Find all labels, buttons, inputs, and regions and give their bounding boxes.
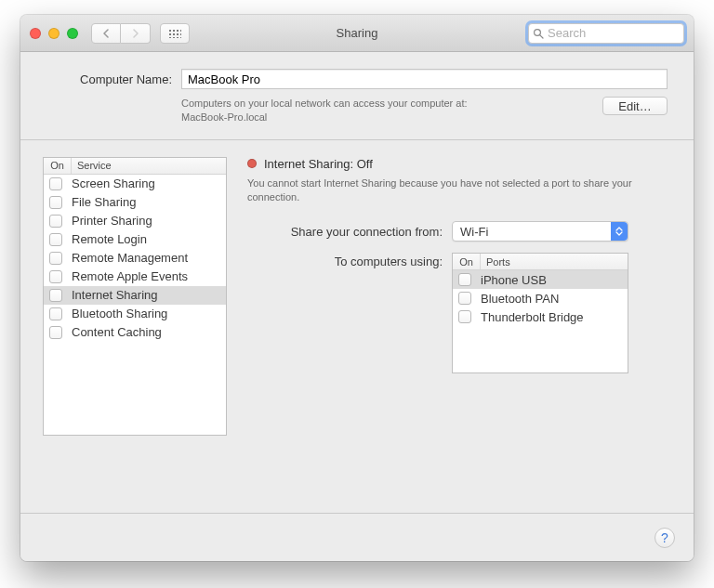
service-checkbox[interactable] xyxy=(49,215,62,228)
computer-name-hint: Computers on your local network can acce… xyxy=(181,97,602,124)
share-from-label: Share your connection from: xyxy=(247,225,452,239)
search-field[interactable] xyxy=(528,23,684,44)
preferences-window: Sharing Computer Name: Computers on your… xyxy=(20,15,694,561)
port-row[interactable]: Thunderbolt Bridge xyxy=(453,307,628,326)
service-label: Content Caching xyxy=(72,325,222,339)
service-row[interactable]: Remote Apple Events xyxy=(44,268,226,286)
back-button[interactable] xyxy=(91,23,121,44)
port-row[interactable]: iPhone USB xyxy=(453,270,628,289)
service-checkbox[interactable] xyxy=(49,177,62,190)
nav-back-forward xyxy=(91,23,151,44)
service-label: Remote Management xyxy=(72,251,222,265)
help-button[interactable]: ? xyxy=(654,528,675,548)
zoom-window-button[interactable] xyxy=(67,28,78,39)
minimize-window-button[interactable] xyxy=(48,28,60,39)
select-arrows-icon xyxy=(611,222,628,241)
computer-name-input[interactable] xyxy=(181,69,668,89)
port-label: Thunderbolt Bridge xyxy=(481,310,624,324)
svg-line-1 xyxy=(540,34,543,37)
service-checkbox[interactable] xyxy=(49,252,62,265)
port-checkbox[interactable] xyxy=(458,292,471,305)
edit-hostname-button[interactable]: Edit… xyxy=(602,97,668,115)
service-label: Remote Apple Events xyxy=(72,269,222,283)
ports-header-ports: Ports xyxy=(481,254,628,269)
service-label: Screen Sharing xyxy=(72,176,222,190)
detail-title: Internet Sharing: Off xyxy=(264,157,373,171)
service-row[interactable]: Remote Management xyxy=(44,249,226,268)
service-checkbox[interactable] xyxy=(49,196,62,209)
titlebar: Sharing xyxy=(20,15,694,52)
service-row[interactable]: Content Caching xyxy=(44,323,226,342)
window-controls xyxy=(30,28,78,39)
ports-header-on: On xyxy=(453,254,481,269)
service-row[interactable]: Printer Sharing xyxy=(44,212,226,230)
port-label: Bluetooth PAN xyxy=(481,292,624,306)
services-header-service: Service xyxy=(72,158,226,174)
port-checkbox[interactable] xyxy=(458,273,471,286)
forward-button[interactable] xyxy=(121,23,151,44)
ports-header: On Ports xyxy=(453,254,628,270)
service-label: File Sharing xyxy=(72,195,222,209)
computer-name-section: Computer Name: Computers on your local n… xyxy=(20,52,694,140)
main-content: On Service Screen SharingFile SharingPri… xyxy=(20,140,694,513)
computer-name-label: Computer Name: xyxy=(46,72,181,86)
search-icon xyxy=(533,28,544,39)
service-label: Bluetooth Sharing xyxy=(72,307,222,320)
port-row[interactable]: Bluetooth PAN xyxy=(453,289,628,307)
show-all-button[interactable] xyxy=(160,23,190,44)
services-header: On Service xyxy=(44,158,226,175)
service-detail-pane: Internet Sharing: Off You cannot start I… xyxy=(247,157,671,502)
grid-icon xyxy=(168,29,181,38)
service-checkbox[interactable] xyxy=(49,326,62,339)
service-row[interactable]: Bluetooth Sharing xyxy=(44,305,226,323)
share-from-value: Wi-Fi xyxy=(460,225,488,239)
footer: ? xyxy=(20,513,694,561)
service-label: Printer Sharing xyxy=(72,214,222,228)
port-checkbox[interactable] xyxy=(458,310,471,323)
search-input[interactable] xyxy=(548,26,694,40)
service-row[interactable]: Internet Sharing xyxy=(44,286,226,305)
status-indicator-icon xyxy=(247,159,257,168)
service-checkbox[interactable] xyxy=(49,307,62,320)
ports-table: On Ports iPhone USBBluetooth PANThunderb… xyxy=(452,253,628,373)
service-label: Internet Sharing xyxy=(72,288,222,302)
service-row[interactable]: File Sharing xyxy=(44,193,226,212)
close-window-button[interactable] xyxy=(30,28,41,39)
service-checkbox[interactable] xyxy=(49,289,62,302)
detail-message: You cannot start Internet Sharing becaus… xyxy=(247,176,671,205)
services-body: Screen SharingFile SharingPrinter Sharin… xyxy=(44,175,226,342)
share-from-select[interactable]: Wi-Fi xyxy=(452,221,628,242)
services-header-on: On xyxy=(44,158,72,174)
service-checkbox[interactable] xyxy=(49,270,62,283)
service-row[interactable]: Remote Login xyxy=(44,230,226,249)
port-label: iPhone USB xyxy=(481,273,624,287)
services-table: On Service Screen SharingFile SharingPri… xyxy=(43,157,227,436)
ports-body: iPhone USBBluetooth PANThunderbolt Bridg… xyxy=(453,270,628,326)
to-computers-label: To computers using: xyxy=(247,253,452,268)
service-label: Remote Login xyxy=(72,232,222,246)
service-checkbox[interactable] xyxy=(49,233,62,246)
service-row[interactable]: Screen Sharing xyxy=(44,175,226,193)
